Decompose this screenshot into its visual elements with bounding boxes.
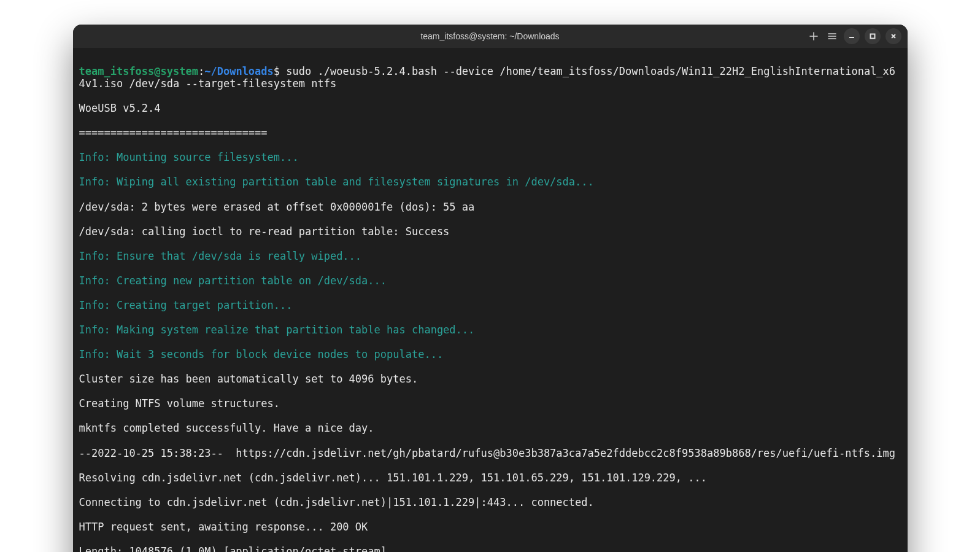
- info-line: Info: Making system realize that partiti…: [79, 324, 901, 336]
- prompt-cwd: ~/Downloads: [204, 65, 274, 77]
- maximize-icon: [869, 33, 876, 40]
- minimize-button[interactable]: [844, 28, 860, 44]
- maximize-button[interactable]: [865, 28, 881, 44]
- info-line: Info: Creating new partition table on /d…: [79, 274, 901, 287]
- info-line: Info: Ensure that /dev/sda is really wip…: [79, 250, 901, 262]
- prompt-dollar: $: [274, 65, 286, 77]
- new-tab-button[interactable]: [807, 29, 820, 43]
- minimize-icon: [848, 33, 855, 40]
- output-line: Cluster size has been automatically set …: [79, 373, 901, 385]
- info-line: Info: Creating target partition...: [79, 299, 901, 311]
- info-line: Info: Wait 3 seconds for block device no…: [79, 348, 901, 360]
- output-line: mkntfs completed successfully. Have a ni…: [79, 422, 901, 434]
- titlebar: team_itsfoss@system: ~/Downloads: [73, 25, 908, 48]
- output-line: ==============================: [79, 126, 901, 139]
- plus-icon: [809, 32, 818, 41]
- output-line: Length: 1048576 (1.0M) [application/octe…: [79, 545, 901, 552]
- output-line: Connecting to cdn.jsdelivr.net (cdn.jsde…: [79, 496, 901, 508]
- output-line: Resolving cdn.jsdelivr.net (cdn.jsdelivr…: [79, 472, 901, 484]
- output-line: Creating NTFS volume structures.: [79, 397, 901, 410]
- output-line: --2022-10-25 15:38:23-- https://cdn.jsde…: [79, 447, 901, 459]
- info-line: Info: Mounting source filesystem...: [79, 151, 901, 163]
- prompt-user-host: team_itsfoss@system: [79, 65, 198, 77]
- prompt-line: team_itsfoss@system:~/Downloads$ sudo ./…: [79, 65, 901, 90]
- close-icon: [890, 33, 897, 40]
- prompt-colon: :: [198, 65, 204, 77]
- hamburger-icon: [828, 32, 836, 41]
- terminal-window: team_itsfoss@system: ~/Downloads team_it…: [73, 25, 908, 552]
- terminal-output[interactable]: team_itsfoss@system:~/Downloads$ sudo ./…: [73, 48, 908, 552]
- output-line: WoeUSB v5.2.4: [79, 102, 901, 114]
- titlebar-right-controls: [807, 28, 901, 44]
- output-line: HTTP request sent, awaiting response... …: [79, 521, 901, 533]
- output-line: /dev/sda: 2 bytes were erased at offset …: [79, 201, 901, 213]
- close-button[interactable]: [885, 28, 901, 44]
- info-line: Info: Wiping all existing partition tabl…: [79, 176, 901, 188]
- window-title: team_itsfoss@system: ~/Downloads: [73, 31, 908, 41]
- hamburger-menu-button[interactable]: [825, 29, 839, 43]
- svg-rect-0: [870, 34, 874, 39]
- output-line: /dev/sda: calling ioctl to re-read parti…: [79, 225, 901, 238]
